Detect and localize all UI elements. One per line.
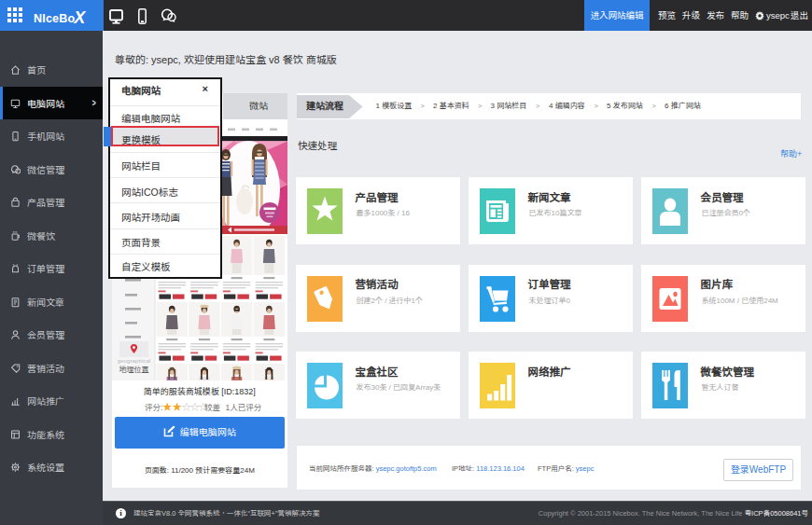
svg-text:geographical: geographical (118, 357, 150, 364)
svg-text:地理位置: 地理位置 (119, 366, 149, 374)
